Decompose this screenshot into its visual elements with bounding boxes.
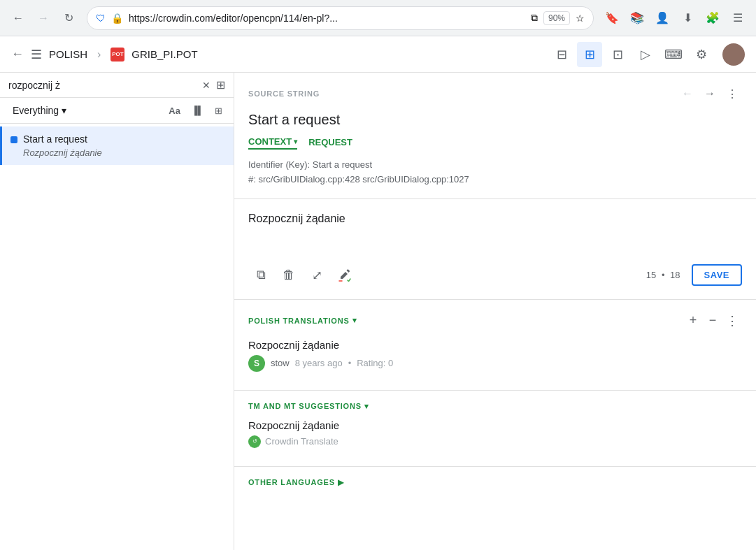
delete-button[interactable]: 🗑 [276, 263, 301, 288]
download-icon[interactable]: ⬇ [678, 8, 697, 28]
search-filter-button[interactable]: ⊞ [216, 78, 225, 92]
shield-icon: 🛡 [96, 13, 106, 24]
filter-dropdown[interactable]: Everything ▾ [8, 102, 71, 119]
tm-suggestion-text: Rozpocznij żądanie [248, 419, 742, 431]
case-sensitive-button[interactable]: Aa [166, 103, 183, 119]
translations-dropdown-icon: ▾ [352, 316, 357, 325]
lock-icon: 🔒 [111, 13, 123, 24]
app-header-left: ← ☰ POLISH › POT GRIB_PI.POT [11, 47, 198, 62]
forward-button[interactable]: → [34, 8, 53, 28]
view-btn-split[interactable]: ⊞ [577, 42, 602, 67]
pocket-icon[interactable]: 🔖 [602, 8, 622, 28]
translation-textarea[interactable]: Rozpocznij żądanie [248, 210, 742, 252]
translation-user: stow [271, 358, 290, 368]
other-languages-section: OTHER LANGUAGES ▶ [234, 467, 756, 498]
view-btn-keyboard[interactable]: ⌨ [661, 42, 686, 67]
translation-meta: S stow 8 years ago • Rating: 0 [248, 355, 742, 372]
source-nav: ← → ⋮ [678, 84, 742, 103]
app-header: ← ☰ POLISH › POT GRIB_PI.POT ⊟ ⊞ ⊡ ▷ ⌨ ⚙ [0, 36, 756, 73]
char-count: 15 • 18 [646, 270, 680, 280]
address-bar[interactable]: 🛡 🔒 https://crowdin.com/editor/opencpn/1… [87, 6, 594, 30]
settings-button[interactable]: ⚙ [689, 42, 714, 67]
translations-header: POLISH TRANSLATIONS ▾ + − ⋮ [248, 311, 742, 331]
source-string-section: SOURCE STRING ← → ⋮ Start a request CONT… [234, 73, 756, 199]
browser-chrome: ← → ↻ 🛡 🔒 https://crowdin.com/editor/ope… [0, 0, 756, 36]
translation-rating: Rating: 0 [357, 358, 393, 368]
main-layout: ✕ ⊞ Everything ▾ Aa ▐▌ ⊞ Start a request… [0, 73, 756, 550]
source-location: #: src/GribUIDialog.cpp:428 src/GribUIDi… [248, 173, 742, 187]
more-translations-button[interactable]: ⋮ [722, 311, 742, 331]
other-languages-arrow-icon: ▶ [338, 478, 344, 487]
copy-source-button[interactable]: ⧉ [248, 263, 273, 288]
view-btn-sidebar[interactable]: ⊟ [549, 42, 574, 67]
minus-translation-button[interactable]: − [703, 311, 722, 331]
browser-actions: 🔖 📚 👤 ⬇ 🧩 ☰ [602, 8, 748, 28]
expand-button[interactable]: ⤢ [304, 263, 329, 288]
extensions-icon[interactable]: 🧩 [703, 8, 722, 28]
source-section-header: SOURCE STRING ← → ⋮ [248, 84, 742, 103]
right-panel: SOURCE STRING ← → ⋮ Start a request CONT… [234, 73, 756, 550]
filter-bar: Everything ▾ Aa ▐▌ ⊞ [0, 98, 234, 124]
tm-suggestions-section: TM AND MT SUGGESTIONS ▾ Rozpocznij żądan… [234, 391, 756, 467]
list-item-source: Start a request [10, 133, 225, 145]
next-string-button[interactable]: → [700, 84, 720, 103]
library-icon[interactable]: 📚 [627, 8, 647, 28]
char-separator: • [662, 270, 665, 280]
search-input[interactable] [8, 80, 197, 91]
zoom-badge[interactable]: 90% [543, 11, 570, 25]
source-string-label: SOURCE STRING [248, 89, 320, 98]
whole-word-button[interactable]: ▐▌ [189, 103, 206, 118]
translation-separator: • [348, 358, 352, 368]
item-source-text: Start a request [23, 133, 87, 145]
context-arrow-icon: ▾ [294, 138, 297, 145]
user-avatar: S [248, 355, 265, 372]
sidebar-list: Start a request Rozpocznij żądanie [0, 124, 234, 550]
polish-translations-section: POLISH TRANSLATIONS ▾ + − ⋮ Rozpocznij ż… [234, 300, 756, 391]
tab-request[interactable]: REQUEST [308, 136, 352, 150]
view-toggle-buttons: ⊟ ⊞ ⊡ ▷ ⌨ ⚙ [549, 42, 714, 67]
browser-nav-buttons: ← → ↻ [8, 8, 78, 28]
context-tabs: CONTEXT ▾ REQUEST [248, 136, 742, 150]
tm-suggestions-label: TM AND MT SUGGESTIONS ▾ [248, 402, 369, 411]
filter-label: Everything [13, 105, 59, 116]
status-dot [10, 136, 17, 143]
view-btn-full[interactable]: ⊡ [605, 42, 630, 67]
view-btn-source[interactable]: ▷ [633, 42, 658, 67]
file-icon: POT [110, 48, 124, 61]
translation-age: 8 years ago [295, 358, 343, 368]
tm-header[interactable]: TM AND MT SUGGESTIONS ▾ [248, 402, 742, 411]
source-string-title: Start a request [248, 112, 742, 128]
menu-button[interactable]: ☰ [728, 8, 748, 28]
source-more-button[interactable]: ⋮ [722, 84, 742, 103]
breadcrumb-file: GRIB_PI.POT [131, 48, 197, 60]
refresh-button[interactable]: ↻ [59, 8, 78, 28]
prev-string-button[interactable]: ← [678, 84, 697, 103]
translation-toolbar: ⧉ 🗑 ⤢ 15 • 18 SAVE [248, 263, 742, 288]
polish-translations-label[interactable]: POLISH TRANSLATIONS ▾ [248, 316, 357, 325]
avatar[interactable] [722, 43, 745, 66]
editor-menu-button[interactable]: ☰ [31, 47, 42, 62]
source-meta: Identifier (Key): Start a request #: src… [248, 158, 742, 187]
breadcrumb-separator: › [97, 48, 101, 61]
other-languages-header[interactable]: OTHER LANGUAGES ▶ [248, 478, 742, 487]
breadcrumb-language: POLISH [49, 48, 87, 60]
tab-icon: ⧉ [531, 12, 538, 24]
back-button[interactable]: ← [8, 8, 28, 28]
source-identifier: Identifier (Key): Start a request [248, 158, 742, 173]
url-text: https://crowdin.com/editor/opencpn/114/e… [129, 13, 525, 24]
chevron-down-icon: ▾ [62, 105, 66, 116]
add-translation-button[interactable]: + [683, 311, 703, 331]
tm-source: ↺ Crowdin Translate [248, 435, 742, 448]
profile-icon[interactable]: 👤 [652, 8, 672, 28]
list-item[interactable]: Start a request Rozpocznij żądanie [0, 126, 234, 165]
other-languages-label: OTHER LANGUAGES ▶ [248, 478, 344, 487]
spellcheck-button[interactable] [332, 263, 357, 288]
tm-entry: Rozpocznij żądanie ↺ Crowdin Translate [248, 419, 742, 448]
search-clear-button[interactable]: ✕ [202, 80, 211, 91]
tab-context[interactable]: CONTEXT ▾ [248, 136, 297, 150]
editor-back-button[interactable]: ← [11, 47, 24, 61]
bookmark-icon[interactable]: ☆ [576, 13, 585, 24]
sidebar: ✕ ⊞ Everything ▾ Aa ▐▌ ⊞ Start a request… [0, 73, 234, 550]
save-button[interactable]: SAVE [692, 264, 742, 286]
regex-button[interactable]: ⊞ [212, 103, 225, 119]
